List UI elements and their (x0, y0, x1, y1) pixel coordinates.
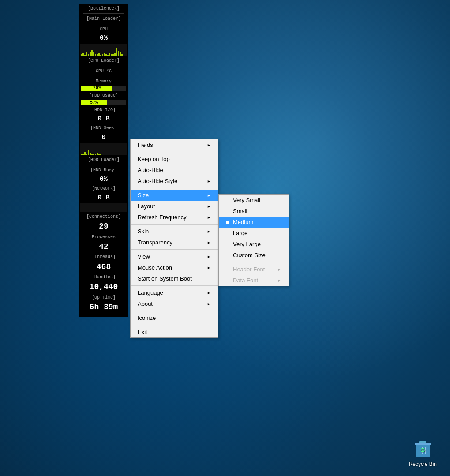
hdd-io-value: 0 B (79, 114, 128, 124)
size-submenu: Very Small Small Medium Large Very Large… (218, 194, 289, 286)
memory-bar: 70% (81, 86, 126, 91)
size-arrow-icon: ► (207, 193, 211, 198)
network-label: [Network] (79, 184, 128, 192)
memory-label: [Memory] (79, 77, 128, 85)
menu-item-mouse-action[interactable]: Mouse Action ► (131, 262, 218, 273)
menu-item-size[interactable]: Size ► (131, 190, 218, 201)
skin-arrow-icon: ► (207, 229, 211, 234)
recycle-bin-icon: ♻ (412, 438, 433, 459)
data-font-arrow-icon: ► (278, 278, 281, 283)
cpu-label: [CPU] (79, 25, 128, 33)
bottleneck-label: [Bottleneck] (79, 4, 128, 12)
hdd-io-label: [HDD I/O] (79, 106, 128, 114)
net-graph (80, 203, 127, 212)
handles-label: [Handles] (79, 273, 128, 281)
menu-item-language[interactable]: Language ► (131, 287, 218, 298)
transparency-arrow-icon: ► (207, 240, 211, 245)
size-large[interactable]: Large (219, 228, 289, 239)
size-header-font: Header Font ► (219, 264, 289, 275)
header-font-arrow-icon: ► (278, 267, 281, 272)
view-arrow-icon: ► (207, 255, 211, 259)
size-very-large[interactable]: Very Large (219, 239, 289, 250)
menu-item-refresh-frequency[interactable]: Refresh Frequency ► (131, 212, 218, 223)
menu-item-start-on-boot[interactable]: Start on System Boot (131, 273, 218, 284)
radio-medium (226, 221, 229, 224)
hdd-busy-label: [HDD Busy] (79, 166, 128, 174)
size-very-small[interactable]: Very Small (219, 195, 289, 206)
processes-label: [Processes] (79, 233, 128, 241)
menu-item-layout[interactable]: Layout ► (131, 201, 218, 212)
menu-item-auto-hide-style[interactable]: Auto-Hide Style ► (131, 176, 218, 187)
auto-hide-style-arrow-icon: ► (207, 179, 211, 184)
connections-value: 29 (79, 221, 128, 232)
language-arrow-icon: ► (207, 291, 211, 295)
menu-item-keep-on-top[interactable]: Keep on Top (131, 154, 218, 165)
processes-value: 42 (79, 241, 128, 253)
uptime-label: [Up Time] (79, 293, 128, 301)
context-menu: Fields ► Keep on Top Auto-Hide Auto-Hide… (130, 139, 218, 338)
connections-label: [Connections] (79, 213, 128, 221)
hdd-graph (80, 143, 127, 155)
cpu-value: 0% (79, 33, 128, 44)
hdd-seek-value: 0 (79, 132, 128, 143)
network-value: 0 B (79, 193, 128, 203)
hdd-seek-label: [HDD Seek] (79, 124, 128, 132)
size-medium[interactable]: Medium (219, 217, 289, 228)
menu-item-iconize[interactable]: Iconize (131, 312, 218, 323)
recycle-bin[interactable]: ♻ Recycle Bin (409, 438, 437, 467)
main-loader-label: [Main Loader] (79, 15, 128, 22)
menu-item-auto-hide[interactable]: Auto-Hide (131, 165, 218, 176)
size-data-font: Data Font ► (219, 275, 289, 286)
about-arrow-icon: ► (207, 302, 211, 306)
hdd-loader-label: [HDD Loader] (79, 156, 128, 164)
mouse-action-arrow-icon: ► (207, 266, 211, 270)
handles-value: 10,440 (79, 281, 128, 293)
svg-rect-2 (419, 441, 426, 443)
menu-item-view[interactable]: View ► (131, 251, 218, 262)
size-custom[interactable]: Custom Size (219, 250, 289, 261)
hdd-busy-value: 0% (79, 174, 128, 185)
threads-value: 468 (79, 261, 128, 273)
hdd-usage-bar: 57% (81, 100, 126, 105)
size-small[interactable]: Small (219, 206, 289, 217)
recycle-bin-label: Recycle Bin (409, 461, 437, 467)
hdd-usage-label: [HDD Usage] (79, 91, 128, 99)
menu-item-skin[interactable]: Skin ► (131, 226, 218, 237)
threads-label: [Threads] (79, 253, 128, 261)
cpu-loader-label: [CPU Loader] (79, 56, 128, 64)
menu-item-exit[interactable]: Exit (131, 326, 218, 337)
fields-arrow-icon: ► (207, 143, 211, 147)
menu-item-fields[interactable]: Fields ► (131, 139, 218, 150)
uptime-value: 6h 39m (79, 301, 128, 313)
layout-arrow-icon: ► (207, 204, 211, 209)
menu-item-about[interactable]: About ► (131, 298, 218, 309)
cpu-graph (80, 44, 127, 56)
cpu-temp-label: [CPU °C] (79, 67, 128, 75)
sidebar-widget: [Bottleneck] [Main Loader] [CPU] 0% (79, 4, 128, 317)
menu-item-transparency[interactable]: Transparency ► (131, 237, 218, 248)
svg-text:♻: ♻ (420, 446, 426, 454)
refresh-arrow-icon: ► (207, 215, 211, 220)
